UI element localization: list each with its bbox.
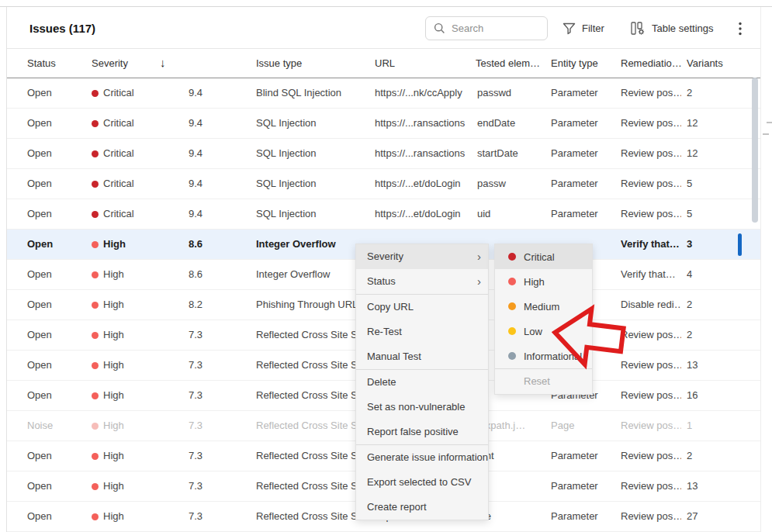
column-header-entity-type[interactable]: Entity type [551, 57, 598, 69]
entity-type-cell: Parameter [551, 109, 619, 138]
status-cell: Open [27, 441, 81, 471]
entity-type-cell: Parameter [551, 472, 619, 501]
submenu-chevron-icon: › [477, 269, 481, 294]
submenu-chevron-icon: › [477, 244, 481, 269]
menu-item-generate-issue-information[interactable]: Generate issue information [356, 445, 488, 470]
severity-dot [92, 302, 99, 309]
remediation-cell: Review pos… [621, 169, 681, 199]
menu-item-re-test[interactable]: Re-Test [356, 320, 488, 344]
remediation-cell: Verify that… [621, 260, 681, 289]
variants-cell: 2 [687, 320, 733, 350]
menu-item-create-report[interactable]: Create report [356, 495, 488, 520]
score-cell: 7.3 [189, 351, 235, 380]
score-cell: 8.6 [189, 230, 235, 259]
table-row[interactable]: Open Critical 9.4 SQL Injection https://… [7, 199, 760, 230]
score-cell: 7.3 [189, 441, 235, 471]
remediation-cell: Review pos… [621, 78, 681, 108]
toolbar-divider [7, 48, 760, 49]
variants-cell: 3 [687, 230, 733, 259]
status-cell: Open [27, 260, 81, 289]
window-edge-mark [763, 133, 769, 135]
severity-label: Critical [103, 199, 177, 229]
submenu-item-high[interactable]: High [495, 269, 592, 294]
annotation-arrow [552, 303, 626, 373]
severity-dot [92, 181, 99, 188]
column-header-issue-type[interactable]: Issue type [256, 57, 302, 69]
table-settings-button[interactable]: Table settings [631, 16, 714, 40]
entity-type-cell: Parameter [551, 169, 619, 199]
tested-element-cell: endDate [477, 109, 549, 138]
variants-cell: 5 [687, 169, 733, 199]
url-cell: https://...et/doLogin [375, 169, 474, 199]
remediation-cell: Verify that… [621, 230, 681, 259]
menu-item-label: Report false positive [367, 426, 459, 437]
column-header-tested-element[interactable]: Tested elem… [476, 57, 540, 69]
status-cell: Open [27, 472, 81, 501]
menu-item-label: Copy URL [367, 301, 414, 313]
variants-cell: 4 [687, 260, 733, 289]
severity-dot [92, 332, 99, 339]
menu-item-label: Generate issue information [367, 451, 488, 463]
status-cell: Open [27, 381, 81, 410]
remediation-cell: Review pos… [621, 502, 681, 531]
column-header-severity[interactable]: Severity [92, 57, 128, 69]
table-row[interactable]: Open Critical 9.4 Blind SQL Injection ht… [7, 78, 760, 109]
variants-cell: 2 [687, 290, 733, 320]
menu-item-export-selected-to-csv[interactable]: Export selected to CSV [356, 470, 488, 495]
remediation-cell: Review pos… [621, 441, 681, 471]
selected-row-indicator [738, 233, 742, 256]
column-header-variants[interactable]: Variants [687, 57, 723, 69]
variants-cell: 12 [687, 109, 733, 138]
status-cell: Noise [27, 411, 81, 440]
url-cell: https://...ransactions [375, 139, 474, 168]
table-row[interactable]: Open Critical 9.4 SQL Injection https://… [7, 109, 760, 139]
remediation-cell: Review pos… [621, 139, 681, 168]
table-row[interactable]: Open Critical 9.4 SQL Injection https://… [7, 169, 760, 199]
column-header-status[interactable]: Status [27, 57, 56, 69]
severity-label: High [103, 502, 177, 531]
filter-button[interactable]: Filter [563, 16, 604, 40]
panel-top-border [0, 6, 772, 7]
menu-item-label: Status [367, 275, 396, 287]
submenu-item-critical[interactable]: Critical [495, 244, 592, 269]
context-menu: Severity›Status›Copy URLRe-TestManual Te… [355, 244, 489, 520]
menu-item-status[interactable]: Status› [356, 269, 488, 294]
menu-item-severity[interactable]: Severity› [356, 244, 488, 269]
menu-item-set-as-non-vulnerable[interactable]: Set as non-vulnerable [356, 395, 488, 420]
menu-item-manual-test[interactable]: Manual Test [356, 344, 488, 369]
menu-item-label: Set as non-vulnerable [367, 401, 465, 413]
status-cell: Open [27, 290, 81, 320]
menu-item-report-false-positive[interactable]: Report false positive [356, 420, 488, 444]
issue-type-cell: Blind SQL Injection [256, 78, 372, 108]
url-cell: https://...et/doLogin [375, 199, 474, 229]
search-icon [434, 22, 445, 34]
menu-item-copy-url[interactable]: Copy URL [356, 295, 488, 320]
more-options-button[interactable] [732, 18, 748, 40]
menu-item-delete[interactable]: Delete [356, 370, 488, 395]
severity-dot [92, 453, 99, 460]
scrollbar-thumb[interactable] [752, 78, 758, 223]
remediation-cell: Disable redi… [621, 290, 681, 320]
score-cell: 9.4 [189, 169, 235, 199]
severity-dot [508, 352, 516, 360]
severity-label: Critical [103, 139, 177, 168]
severity-label: High [103, 320, 177, 350]
tested-element-cell: uid [477, 199, 549, 229]
column-header-url[interactable]: URL [375, 57, 395, 69]
remediation-cell: Review pos… [621, 472, 681, 501]
severity-label: High [103, 411, 177, 440]
search-input[interactable] [452, 22, 541, 34]
table-settings-icon [631, 22, 646, 35]
remediation-cell: Review pos… [621, 109, 681, 138]
url-cell: https://...nk/ccApply [375, 78, 474, 108]
search-box[interactable] [425, 16, 548, 40]
column-header-remediation[interactable]: Remediatio… [621, 57, 682, 69]
table-row[interactable]: Open Critical 9.4 SQL Injection https://… [7, 139, 760, 169]
status-cell: Open [27, 78, 81, 108]
tested-element-cell: passwd [477, 78, 549, 108]
submenu-item-label: Critical [524, 251, 555, 263]
variants-cell: 2 [687, 441, 733, 471]
sort-descending-icon[interactable]: ↓ [160, 56, 166, 69]
severity-dot [92, 271, 99, 278]
variants-cell: 13 [687, 351, 733, 380]
